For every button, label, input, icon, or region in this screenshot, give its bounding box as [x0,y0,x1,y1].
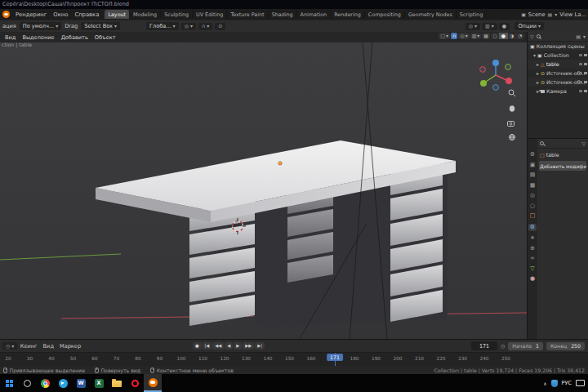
view-layer-selector[interactable]: View La... [559,11,586,18]
tab-geometry-nodes[interactable]: Geometry Nodes [405,10,457,19]
playhead[interactable]: 171 [327,354,343,361]
timeline-menu-marker[interactable]: Маркер [56,343,83,350]
blender-logo-icon[interactable] [2,11,10,18]
menu-help[interactable]: Справка [71,11,102,18]
filter-icon[interactable] [530,34,534,39]
auto-key-button[interactable]: ● [193,342,202,349]
eye-icon[interactable] [579,54,582,56]
outliner-row-camera[interactable]: Камера [528,87,588,96]
render-tab-icon[interactable] [530,163,536,168]
window-title-bar[interactable]: Серёга\Desktop\Саша\П\проект П\СТОЛ.blen… [0,0,588,9]
gizmo-z-axis[interactable] [492,60,499,66]
messenger-button[interactable] [54,374,72,392]
snap-toggle-active[interactable] [451,33,457,39]
word-button[interactable] [72,374,90,392]
gizmo-neg-x-axis[interactable] [480,67,486,73]
modifiers-tab-icon[interactable] [528,224,536,231]
viewport-menu-object[interactable]: Объект [91,34,119,41]
jump-to-start-button[interactable]: |◀ [203,342,212,349]
prev-keyframe-button[interactable]: ◀◀ [212,342,224,349]
eye-icon[interactable] [579,72,582,74]
security-shield-icon[interactable] [551,380,558,387]
opera-button[interactable] [126,374,144,392]
language-indicator[interactable]: РУС [562,380,572,386]
view-layer-tab-icon[interactable] [530,183,536,189]
pan-hand-icon[interactable] [510,105,514,112]
outliner-row-collection[interactable]: Collection [528,51,588,60]
select-visibility-dropdown[interactable] [439,33,450,39]
add-modifier-button[interactable]: Добавить модифика... [539,161,586,171]
tab-compositing[interactable]: Compositing [365,10,405,19]
overlays-dropdown[interactable] [482,23,497,30]
transform-orientation-dropdown[interactable]: Глоба... [146,22,179,30]
browser-button[interactable] [36,374,54,392]
play-reverse-button[interactable]: ◀ [225,342,233,349]
excel-button[interactable] [90,374,108,392]
material-shading-icon[interactable] [508,33,516,39]
expand-icon[interactable] [537,62,539,67]
display-mode-icon[interactable] [576,34,581,39]
timeline-menu-keying[interactable]: Кеинг [17,343,40,350]
tab-animation[interactable]: Animation [297,10,332,19]
search-icon[interactable] [537,34,541,38]
gizmos-dropdown[interactable] [458,33,469,39]
eye-icon[interactable] [579,63,582,65]
scene-selector[interactable]: Scene [528,11,546,18]
proportional-editing-button[interactable] [215,23,225,30]
keyboard-icon[interactable] [576,380,585,386]
eye-icon[interactable] [579,90,582,92]
tab-shading[interactable]: Shading [269,10,297,19]
expand-icon[interactable] [533,53,536,58]
tool-tab-icon[interactable] [530,152,535,158]
render-visibility-icon[interactable] [584,63,587,65]
frame-end-field[interactable]: Конец 250 [546,342,585,350]
tray-expand-icon[interactable]: ∧ [543,381,546,386]
search-icon[interactable] [540,141,544,145]
snap-dropdown[interactable] [198,23,212,30]
scene-tab-icon[interactable] [530,193,535,198]
render-visibility-icon[interactable] [584,54,587,56]
eye-icon[interactable] [579,81,582,83]
tab-modeling[interactable]: Modeling [130,10,161,19]
wireframe-shading-icon[interactable] [491,33,499,39]
menu-render[interactable]: Рендеринг [12,11,50,18]
rendered-shading-icon[interactable] [516,33,524,39]
constraints-tab-icon[interactable] [530,256,535,261]
gizmo-x-axis[interactable] [506,78,512,84]
gizmo-y-axis[interactable] [480,80,487,87]
outliner-item-label[interactable]: Коллекция сцены [537,43,585,49]
preset-dropdown[interactable]: По умолч... [20,22,61,30]
outliner-row-table[interactable]: table [528,60,588,69]
play-button[interactable]: ▶ [234,342,242,349]
material-tab-icon[interactable] [530,276,535,282]
current-frame-field[interactable]: 171 [471,341,497,350]
playback-sync-icon[interactable] [501,344,505,349]
tab-rendering[interactable]: Rendering [331,10,365,19]
xray-toggle[interactable] [499,23,510,30]
world-tab-icon[interactable] [530,203,535,209]
jump-to-end-button[interactable]: ▶| [255,342,265,349]
frame-start-field[interactable]: Начало 1 [508,342,543,350]
expand-icon[interactable] [537,71,539,76]
render-visibility-icon[interactable] [584,81,587,83]
outliner-row-light-2[interactable]: Источник-об... [528,78,588,87]
outliner-item-label[interactable]: Камера [546,88,567,94]
timeline-ruler[interactable]: 171 203040506070809010011012013014015016… [0,352,588,366]
tab-layout[interactable]: Layout [105,10,130,19]
options-dropdown[interactable]: Опции [514,22,544,30]
overlays-dropdown[interactable] [470,33,482,39]
viewport-menu-select[interactable]: Выделение [19,34,57,41]
outliner-row-scene-collection[interactable]: Коллекция сцены [528,42,588,51]
solid-shading-icon[interactable] [499,33,507,39]
chevron-down-icon[interactable] [583,34,586,39]
tab-texture-paint[interactable]: Texture Paint [227,10,268,19]
physics-tab-icon[interactable] [530,246,535,252]
next-keyframe-button[interactable]: ▶▶ [243,342,254,349]
tab-scripting[interactable]: Scripting [457,10,487,19]
object-name[interactable]: table [546,152,559,158]
viewport-menu-add[interactable]: Добавить [58,34,91,41]
timeline-menu-view[interactable]: Вид [40,343,56,350]
render-visibility-icon[interactable] [584,72,587,74]
tab-sculpting[interactable]: Sculpting [161,10,193,19]
outliner-row-light-1[interactable]: Источник-об... [528,69,588,78]
